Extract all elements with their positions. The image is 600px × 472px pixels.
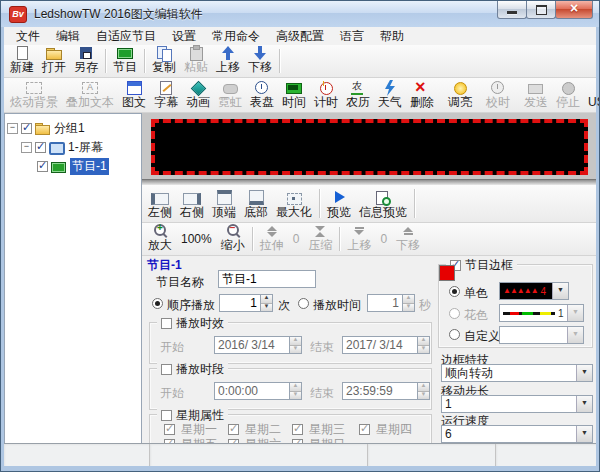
toolbar-separator bbox=[319, 189, 320, 218]
time-button[interactable]: 时间 bbox=[278, 79, 310, 111]
menu-edit[interactable]: 编辑 bbox=[48, 27, 88, 46]
align-bottom-button[interactable]: 底部 bbox=[240, 186, 272, 221]
move-down-button[interactable]: 下移 bbox=[244, 46, 276, 76]
monday-checkbox bbox=[164, 424, 175, 435]
align-top-button[interactable]: 顶端 bbox=[208, 186, 240, 221]
collapse-icon[interactable]: − bbox=[21, 142, 32, 153]
open-button[interactable]: 打开 bbox=[38, 46, 70, 76]
menu-adaptive-program[interactable]: 自适应节目 bbox=[88, 27, 164, 46]
close-button[interactable] bbox=[555, 1, 593, 19]
menu-language[interactable]: 语言 bbox=[332, 27, 372, 46]
button-label: 信息预览 bbox=[359, 206, 407, 219]
program-name-input[interactable] bbox=[218, 270, 316, 288]
info-preview-icon bbox=[374, 190, 392, 206]
align-right-button[interactable]: 右侧 bbox=[176, 186, 208, 221]
new-button[interactable]: 新建 bbox=[6, 46, 38, 76]
play-validity-checkbox[interactable] bbox=[161, 318, 172, 329]
tuesday-checkbox bbox=[228, 424, 239, 435]
dropdown-arrow-icon[interactable] bbox=[576, 426, 592, 442]
minimize-button[interactable] bbox=[497, 1, 527, 19]
tree-item-group[interactable]: − 分组1 bbox=[7, 119, 139, 138]
tree-item-screen[interactable]: − 1-屏幕 bbox=[7, 138, 139, 157]
save-as-button[interactable]: 另存 bbox=[70, 46, 102, 76]
animation-button[interactable]: 动画 bbox=[182, 79, 214, 111]
run-speed-dropdown[interactable]: 6 bbox=[441, 425, 593, 443]
maximize-area-button[interactable]: 最大化 bbox=[272, 186, 316, 221]
play-period-checkbox[interactable] bbox=[161, 364, 172, 375]
status-bar bbox=[4, 443, 596, 466]
collapse-icon[interactable]: − bbox=[7, 123, 18, 134]
dropdown-arrow-icon[interactable] bbox=[552, 283, 568, 299]
program-button[interactable]: 节目 bbox=[109, 46, 141, 76]
sequence-play-radio[interactable] bbox=[152, 298, 163, 309]
dropdown-arrow-icon[interactable] bbox=[576, 396, 592, 412]
button-label: 底部 bbox=[244, 206, 268, 219]
period-end-input bbox=[342, 382, 417, 400]
period-start-input bbox=[214, 382, 289, 400]
delete-button[interactable]: 删除 bbox=[406, 79, 438, 111]
maximize-button[interactable] bbox=[526, 1, 556, 19]
shift-down-button: 下移 bbox=[392, 224, 424, 254]
zoom-out-button[interactable]: 缩小 bbox=[217, 224, 249, 254]
title-bar: Bv LedshowTW 2016图文编辑软件 bbox=[1, 1, 599, 27]
program-header: 节目-1 bbox=[147, 257, 182, 274]
spinner-arrows bbox=[289, 336, 302, 354]
screen-checkbox[interactable] bbox=[35, 142, 46, 153]
subtitle-button[interactable]: 字幕 bbox=[150, 79, 182, 111]
menu-settings[interactable]: 设置 bbox=[164, 27, 204, 46]
button-label: 拉伸 bbox=[260, 239, 284, 252]
group-checkbox[interactable] bbox=[21, 123, 32, 134]
timer-button[interactable]: 计时 bbox=[310, 79, 342, 111]
border-effect-dropdown[interactable]: 顺向转动 bbox=[441, 364, 593, 382]
preview-scroll-strip[interactable] bbox=[142, 179, 596, 185]
spinner-arrows[interactable] bbox=[260, 294, 273, 312]
new-document-icon bbox=[13, 45, 31, 61]
time-sync-button: 校时 bbox=[482, 79, 514, 111]
zoom-in-button[interactable]: 放大 bbox=[144, 224, 176, 254]
info-preview-button[interactable]: 信息预览 bbox=[355, 186, 411, 221]
period-end-time bbox=[342, 382, 430, 400]
toolbar-separator bbox=[144, 49, 145, 73]
move-step-dropdown[interactable]: 1 bbox=[441, 395, 593, 413]
button-label: 时间 bbox=[282, 96, 306, 109]
single-color-radio[interactable] bbox=[449, 286, 460, 297]
status-panel bbox=[150, 444, 368, 466]
menu-common-commands[interactable]: 常用命令 bbox=[204, 27, 268, 46]
status-panel bbox=[368, 444, 496, 466]
lunar-calendar-button[interactable]: 农历 bbox=[342, 79, 374, 111]
custom-border-field[interactable] bbox=[499, 326, 584, 344]
button-label: 另存 bbox=[74, 61, 98, 74]
border-color-swatch[interactable] bbox=[439, 265, 455, 281]
sequence-count-input[interactable] bbox=[219, 294, 260, 312]
button-label: 计时 bbox=[314, 96, 338, 109]
play-time-radio[interactable] bbox=[298, 298, 309, 309]
button-label: 农历 bbox=[346, 96, 370, 109]
align-left-button[interactable]: 左侧 bbox=[144, 186, 176, 221]
graphic-text-icon bbox=[125, 80, 143, 96]
custom-border-radio[interactable] bbox=[449, 329, 460, 340]
compress-icon bbox=[311, 223, 329, 239]
usb-download-button[interactable]: USB下载 bbox=[584, 79, 600, 111]
copy-button[interactable]: 复制 bbox=[148, 46, 180, 76]
single-color-pattern-dropdown[interactable]: ▲▲▲▲▲ 4 bbox=[499, 282, 569, 300]
weather-button[interactable]: 天气 bbox=[374, 79, 406, 111]
graphic-text-button[interactable]: 图文 bbox=[118, 79, 150, 111]
menu-file[interactable]: 文件 bbox=[8, 27, 48, 46]
brightness-button[interactable]: 调亮 bbox=[444, 79, 476, 111]
toolbar-separator bbox=[414, 189, 415, 218]
multi-color-label: 花色 bbox=[464, 307, 488, 324]
menu-advanced-config[interactable]: 高级配置 bbox=[268, 27, 332, 46]
menu-help[interactable]: 帮助 bbox=[372, 27, 412, 46]
multi-color-radio bbox=[449, 308, 460, 319]
shift-down-icon bbox=[399, 223, 417, 239]
move-up-button[interactable]: 上移 bbox=[212, 46, 244, 76]
program-checkbox[interactable] bbox=[37, 161, 48, 172]
preview-button[interactable]: 预览 bbox=[323, 186, 355, 221]
sequence-count-spinner[interactable] bbox=[219, 294, 273, 312]
led-screen-canvas[interactable] bbox=[151, 119, 588, 175]
dial-button[interactable]: 表盘 bbox=[246, 79, 278, 111]
weekday-checkbox[interactable] bbox=[161, 410, 172, 421]
dropdown-arrow-icon[interactable] bbox=[576, 365, 592, 381]
tree-item-program[interactable]: 节目-1 bbox=[7, 157, 139, 176]
button-label: 下移 bbox=[396, 239, 420, 252]
